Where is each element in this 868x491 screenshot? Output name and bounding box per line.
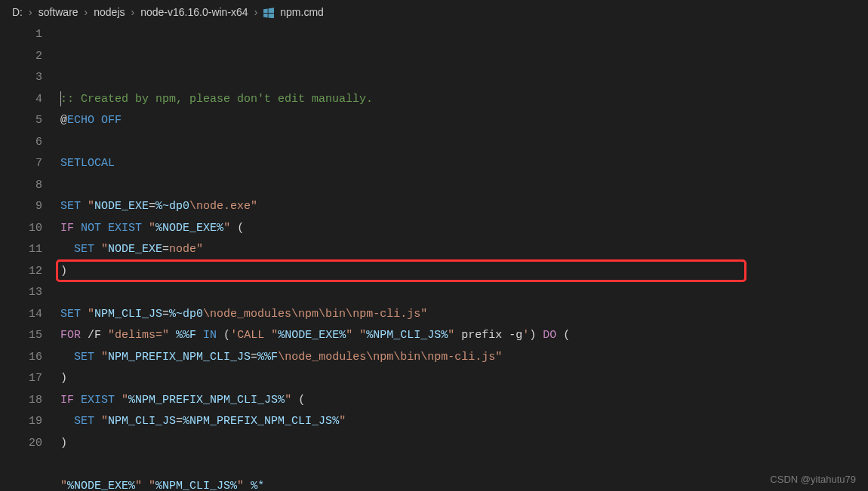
line-number: 8 (0, 175, 42, 197)
code-token: SET (60, 308, 81, 321)
code-line[interactable]: FOR /F "delims=" %%F IN ('CALL "%NODE_EX… (60, 325, 868, 347)
code-token: 'CALL " (230, 329, 278, 342)
code-token: " (122, 394, 128, 407)
code-token: EXIST (108, 222, 142, 235)
breadcrumb-item[interactable]: D: (12, 6, 23, 18)
code-token: \node_modules\npm\bin\npm-cli.js (278, 351, 495, 364)
code-line[interactable]: SET "NPM_PREFIX_NPM_CLI_JS=%%F\node_modu… (60, 347, 868, 369)
code-token: %NPM_PREFIX_NPM_CLI_JS% (128, 394, 285, 407)
code-line[interactable] (60, 175, 868, 197)
code-token (60, 415, 74, 428)
code-token: " (448, 329, 454, 342)
line-number: 16 (0, 347, 42, 369)
code-token (94, 243, 101, 256)
line-number: 18 (0, 390, 42, 412)
code-token: = (251, 351, 257, 364)
line-number: 17 (0, 368, 42, 390)
code-token: ) (529, 329, 536, 342)
code-token: " (88, 200, 94, 213)
code-line[interactable] (60, 454, 868, 476)
code-token: %~dp0 (155, 200, 189, 213)
code-token (244, 480, 251, 491)
code-token: " (196, 243, 203, 256)
code-token: " " (346, 329, 366, 342)
code-token: node (169, 243, 196, 256)
code-token: IF (60, 394, 74, 407)
code-line[interactable] (60, 282, 868, 304)
code-token: = (149, 200, 155, 213)
code-line[interactable]: SET "NPM_CLI_JS=%NPM_PREFIX_NPM_CLI_JS%" (60, 411, 868, 433)
code-token: = (176, 415, 183, 428)
code-token: ) (60, 372, 67, 385)
line-number: 9 (0, 196, 42, 218)
code-token: " (495, 351, 502, 364)
line-number: 1 (0, 24, 42, 46)
code-line[interactable]: SETLOCAL (60, 153, 868, 175)
code-token: %%F (176, 329, 196, 342)
breadcrumb[interactable]: D: › software › nodejs › node-v16.16.0-w… (0, 0, 868, 24)
breadcrumb-item[interactable]: software (38, 6, 78, 18)
code-token: DO (543, 329, 556, 342)
code-token: ) (60, 265, 67, 278)
code-token (101, 222, 108, 235)
code-token (81, 308, 88, 321)
code-token (196, 329, 203, 342)
code-token: ( (230, 222, 244, 235)
code-token: " (251, 200, 257, 213)
code-line[interactable]: :: Created by npm, please don't edit man… (60, 89, 868, 111)
code-line[interactable]: SET "NODE_EXE=node" (60, 239, 868, 261)
code-token: %* (251, 480, 264, 491)
code-token: %NODE_EXE% (67, 480, 135, 491)
code-token: \node_modules\npm\bin\npm-cli.js (203, 308, 420, 321)
code-token: @ (60, 114, 67, 127)
line-number: 10 (0, 218, 42, 240)
code-token: %NODE_EXE% (278, 329, 346, 342)
code-line[interactable]: IF EXIST "%NPM_PREFIX_NPM_CLI_JS%" ( (60, 390, 868, 412)
breadcrumb-item[interactable]: node-v16.16.0-win-x64 (140, 6, 248, 18)
code-token: " (88, 308, 94, 321)
code-token: %NPM_PREFIX_NPM_CLI_JS% (183, 415, 339, 428)
code-token: %NPM_CLI_JS% (366, 329, 448, 342)
code-token (536, 329, 543, 342)
code-token (142, 480, 149, 491)
code-token: SET (60, 200, 81, 213)
code-token: ( (291, 394, 305, 407)
code-line[interactable] (60, 132, 868, 154)
code-line[interactable]: "%NODE_EXE%" "%NPM_CLI_JS%" %* (60, 476, 868, 491)
code-token: SET (74, 351, 94, 364)
code-editor[interactable]: 1234567891011121314151617181920 :: Creat… (0, 24, 868, 491)
code-token (60, 351, 74, 364)
code-token (74, 394, 81, 407)
windows-icon (263, 6, 274, 18)
code-token: NPM_CLI_JS (94, 308, 162, 321)
code-line[interactable]: ) (60, 433, 868, 455)
code-token: " (339, 415, 346, 428)
code-token: = (162, 243, 169, 256)
code-line[interactable]: @ECHO OFF (60, 110, 868, 132)
line-number: 12 (0, 261, 42, 283)
code-token: NOT (81, 222, 101, 235)
code-line[interactable]: SET "NPM_CLI_JS=%~dp0\node_modules\npm\b… (60, 304, 868, 326)
line-number: 4 (0, 89, 42, 111)
code-line[interactable]: IF NOT EXIST "%NODE_EXE%" ( (60, 218, 868, 240)
code-line[interactable]: SET "NODE_EXE=%~dp0\node.exe" (60, 196, 868, 218)
code-token (94, 351, 101, 364)
code-token: FOR (60, 329, 81, 342)
watermark: CSDN @yitahutu79 (770, 474, 856, 485)
code-token: " (420, 308, 427, 321)
code-token: ECHO OFF (67, 114, 122, 127)
code-token (74, 222, 81, 235)
code-line[interactable]: ) (60, 368, 868, 390)
code-token: " (223, 222, 230, 235)
breadcrumb-file[interactable]: npm.cmd (280, 6, 324, 18)
chevron-right-icon: › (29, 6, 32, 18)
line-number-gutter: 1234567891011121314151617181920 (0, 24, 60, 491)
code-token: IN (203, 329, 217, 342)
chevron-right-icon: › (131, 6, 135, 18)
code-token (81, 200, 88, 213)
code-token: SET (74, 415, 94, 428)
line-number: 6 (0, 132, 42, 154)
code-content[interactable]: :: Created by npm, please don't edit man… (60, 24, 868, 491)
code-line[interactable]: ) (60, 261, 868, 283)
breadcrumb-item[interactable]: nodejs (94, 6, 125, 18)
